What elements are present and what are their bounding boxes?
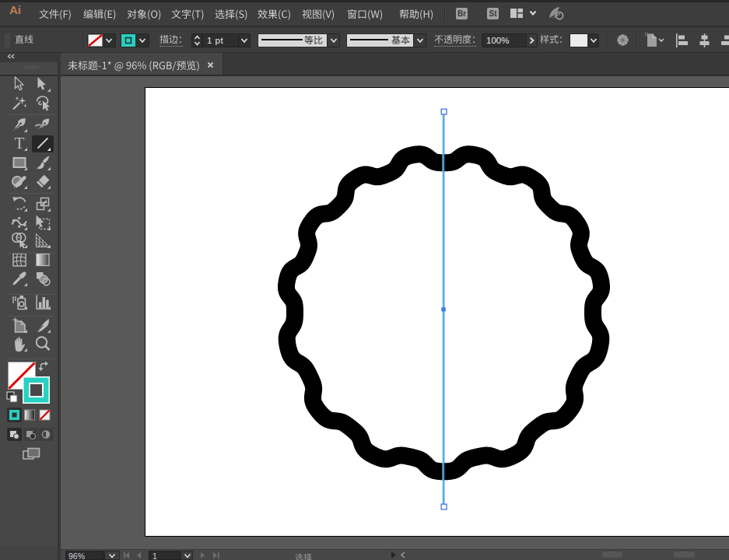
svg-text:T: T	[15, 135, 25, 152]
